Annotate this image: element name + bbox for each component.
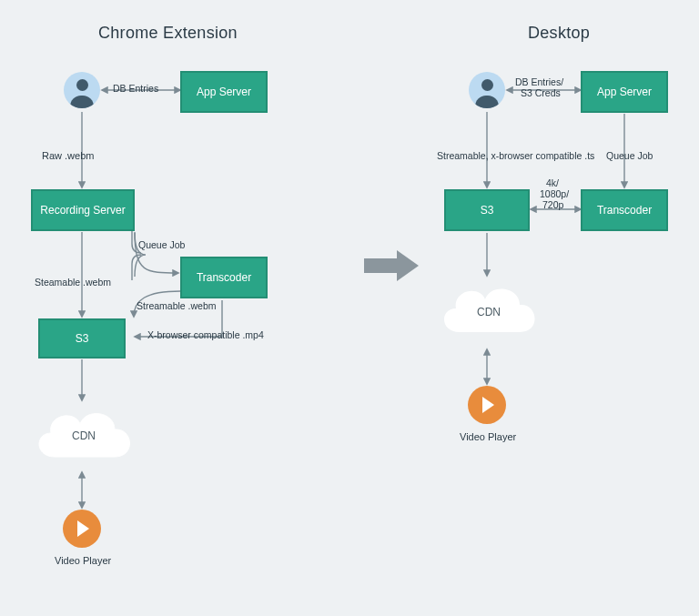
node-transcoder-right: Transcoder xyxy=(581,189,668,231)
transition-arrow xyxy=(364,250,419,281)
edge-xbrowser-mp4: X-browser compatible .mp4 xyxy=(147,329,264,340)
node-app-server-left: App Server xyxy=(180,71,268,113)
cdn-label-right: CDN xyxy=(477,306,501,318)
edge-db-s3creds-2: S3 Creds xyxy=(521,87,561,98)
edge-res-3: 720p xyxy=(542,199,563,210)
user-icon-right xyxy=(469,72,505,108)
edge-queue-job-left: Queue Job xyxy=(138,239,185,250)
node-s3-right: S3 xyxy=(444,189,530,231)
svg-rect-7 xyxy=(364,258,397,273)
edge-db-s3creds-1: DB Entries/ xyxy=(515,76,563,87)
user-icon xyxy=(64,72,100,108)
node-app-server-right: App Server xyxy=(581,71,668,113)
video-player-label-right: Video Player xyxy=(460,431,516,442)
cdn-label-left: CDN xyxy=(72,429,96,442)
node-s3-left: S3 xyxy=(38,318,126,358)
left-column-title: Chrome Extension xyxy=(98,24,238,43)
node-transcoder-left: Transcoder xyxy=(180,257,268,298)
right-column-title: Desktop xyxy=(528,24,590,43)
video-player-icon-left xyxy=(63,510,101,548)
edge-db-entries: DB Entries xyxy=(113,83,158,94)
edge-res-2: 1080p/ xyxy=(540,188,569,199)
node-recording-server: Recording Server xyxy=(31,189,135,231)
edge-queue-job-right: Queue Job xyxy=(606,150,653,161)
video-player-label-left: Video Player xyxy=(55,555,111,566)
edge-res-1: 4k/ xyxy=(546,177,559,188)
edge-streamable-webm: Steamable .webm xyxy=(35,277,111,288)
edge-raw-webm: Raw .webm xyxy=(42,150,94,161)
edge-streamable-webm-2: Streamable .webm xyxy=(137,300,217,311)
edge-streamable-ts: Streamable, x-browser compatible .ts xyxy=(437,150,594,161)
video-player-icon-right xyxy=(468,386,506,424)
